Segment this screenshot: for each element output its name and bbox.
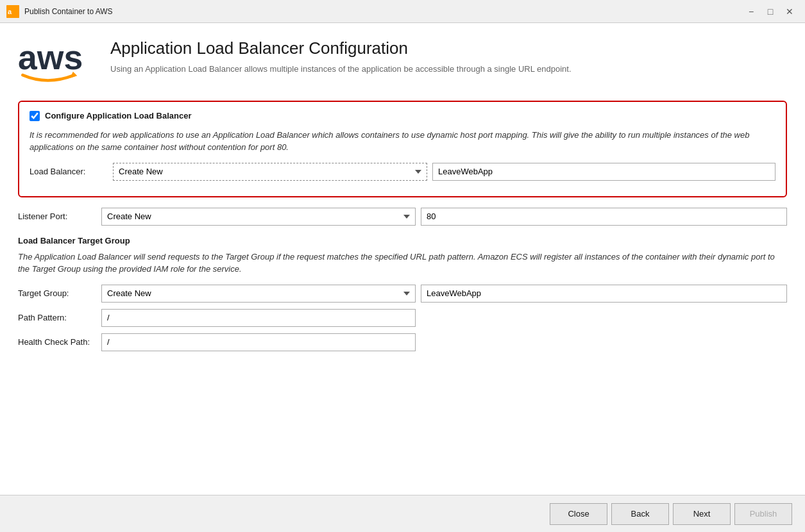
- target-group-row: Target Group: Create New: [18, 285, 787, 303]
- load-balancer-select[interactable]: Create New: [113, 163, 427, 181]
- back-button[interactable]: Back: [611, 503, 669, 525]
- listener-port-select[interactable]: Create New: [101, 208, 416, 226]
- aws-logo: aws: [18, 38, 95, 88]
- header-text: Application Load Balancer Configuration …: [110, 38, 787, 75]
- footer: Close Back Next Publish: [0, 495, 805, 532]
- load-balancer-controls: Create New: [113, 163, 775, 181]
- listener-port-row: Listener Port: Create New: [18, 208, 787, 226]
- publish-button[interactable]: Publish: [734, 503, 792, 525]
- load-balancer-input[interactable]: [432, 163, 775, 181]
- path-pattern-input[interactable]: [101, 309, 416, 327]
- minimize-button[interactable]: −: [742, 5, 760, 18]
- svg-text:a: a: [8, 8, 12, 15]
- form-area: Configure Application Load Balancer It i…: [0, 101, 805, 495]
- path-pattern-controls: [101, 309, 787, 327]
- app-icon: a: [6, 5, 19, 18]
- listener-port-input[interactable]: [421, 208, 787, 226]
- health-check-controls: [101, 333, 787, 351]
- listener-port-controls: Create New: [101, 208, 787, 226]
- close-button[interactable]: Close: [550, 503, 607, 525]
- title-bar: a Publish Container to AWS − □ ✕: [0, 0, 805, 23]
- page-title: Application Load Balancer Configuration: [110, 38, 787, 58]
- health-check-row: Health Check Path:: [18, 333, 787, 351]
- path-pattern-row: Path Pattern:: [18, 309, 787, 327]
- configure-checkbox-label: Configure Application Load Balancer: [45, 111, 191, 121]
- target-group-select[interactable]: Create New: [101, 285, 416, 303]
- main-content: aws Application Load Balancer Configurat…: [0, 23, 805, 532]
- load-balancer-row: Load Balancer: Create New: [30, 163, 775, 181]
- recommendation-text: It is recommended for web applications t…: [30, 129, 775, 154]
- load-balancer-label: Load Balancer:: [30, 167, 113, 176]
- title-bar-controls: − □ ✕: [742, 5, 799, 18]
- configure-section: Configure Application Load Balancer It i…: [18, 101, 787, 197]
- maximize-button[interactable]: □: [761, 5, 779, 18]
- configure-checkbox-row: Configure Application Load Balancer: [30, 111, 775, 121]
- page-header: aws Application Load Balancer Configurat…: [0, 23, 805, 101]
- configure-checkbox[interactable]: [30, 111, 40, 121]
- health-check-label: Health Check Path:: [18, 337, 101, 347]
- target-group-section-title: Load Balancer Target Group: [18, 236, 787, 245]
- target-group-input[interactable]: [421, 285, 787, 303]
- page-subtitle: Using an Application Load Balancer allow…: [110, 63, 787, 75]
- svg-text:aws: aws: [18, 38, 83, 76]
- title-bar-text: Publish Container to AWS: [24, 7, 742, 16]
- listener-port-label: Listener Port:: [18, 212, 101, 221]
- health-check-input[interactable]: [101, 333, 416, 351]
- next-button[interactable]: Next: [673, 503, 731, 525]
- target-group-label: Target Group:: [18, 288, 101, 298]
- target-group-controls: Create New: [101, 285, 787, 303]
- path-pattern-label: Path Pattern:: [18, 313, 101, 322]
- target-group-description: The Application Load Balancer will send …: [18, 251, 787, 276]
- close-button[interactable]: ✕: [781, 5, 799, 18]
